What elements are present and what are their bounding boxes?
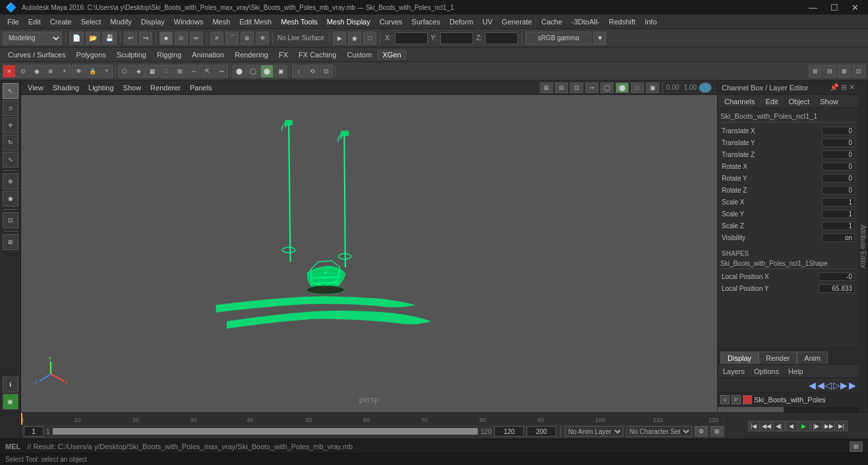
lasso-btn[interactable]: ⊙ <box>175 32 188 45</box>
gamma-btn[interactable]: sRGB gamma <box>525 32 591 45</box>
icon-tb-btn-10[interactable]: ◈ <box>132 65 145 78</box>
move-tool-btn[interactable]: ✛ <box>3 117 18 133</box>
status-icon-btn[interactable]: ⊞ <box>850 441 863 452</box>
undo-button[interactable]: ↩ <box>124 32 137 45</box>
custom-tab[interactable]: Custom <box>342 49 378 60</box>
timeline-playhead[interactable] <box>21 413 22 425</box>
play-fwd-btn[interactable]: ▶ <box>798 421 810 431</box>
rotate-tool-btn[interactable]: ↻ <box>3 135 18 150</box>
options-menu[interactable]: Options <box>751 366 782 377</box>
menu-generate[interactable]: Generate <box>497 16 536 27</box>
attribute-editor-strip[interactable]: Attribute Editor <box>859 80 868 412</box>
vp-icon-1[interactable]: ⊞ <box>540 82 553 93</box>
vp-icon-2[interactable]: ⊟ <box>555 82 568 93</box>
icon-tb-btn-17[interactable]: ⬤ <box>233 65 246 78</box>
edit-tab[interactable]: Edit <box>761 96 782 107</box>
layers-scrollbar[interactable] <box>718 407 859 412</box>
icon-tb-btn-2[interactable]: ⊙ <box>16 65 30 78</box>
select-tool-btn[interactable]: ↖ <box>3 83 18 99</box>
rigging-tab[interactable]: Rigging <box>152 49 187 60</box>
attr-val-ry[interactable]: 0 <box>822 174 855 183</box>
cb-expand-icon[interactable]: ⊞ <box>841 83 847 92</box>
attr-val-tx[interactable]: 0 <box>822 127 855 135</box>
icon-tb-btn-7[interactable]: 🔒 <box>86 65 100 78</box>
prev-key-btn[interactable]: ◀◀ <box>761 421 772 431</box>
icon-tb-btn-13[interactable]: ⊞ <box>173 65 187 78</box>
anim-end-input[interactable] <box>494 426 524 437</box>
cb-pin-icon[interactable]: 📌 <box>830 83 839 92</box>
vp-icon-6[interactable]: ⬤ <box>616 82 629 93</box>
animation-tab[interactable]: Animation <box>187 49 229 60</box>
menu-cache[interactable]: Cache <box>536 16 567 27</box>
menu-modify[interactable]: Modify <box>105 16 136 27</box>
select-mode-btn[interactable]: ■ <box>159 32 173 45</box>
info-btn[interactable]: ℹ <box>3 377 18 392</box>
xgen-tab[interactable]: XGen <box>377 49 406 60</box>
layer-playback-btn[interactable]: P <box>732 395 741 404</box>
snap-grid-btn[interactable]: # <box>210 32 223 45</box>
display-tab[interactable]: Display <box>720 352 759 364</box>
current-frame-input[interactable] <box>24 426 43 437</box>
render-tab[interactable]: Render <box>759 352 797 364</box>
layers-menu[interactable]: Layers <box>720 366 747 377</box>
icon-tb-btn-14[interactable]: ↔ <box>187 65 200 78</box>
play-back-btn[interactable]: ◀ <box>786 421 797 431</box>
icon-tb-right-1[interactable]: ⊞ <box>809 65 822 78</box>
view-menu[interactable]: View <box>24 82 47 93</box>
anim-extra-btn[interactable]: ⊞ <box>710 426 724 437</box>
layers-arrow-1[interactable]: ◀ <box>809 380 816 390</box>
next-key-btn[interactable]: ▶▶ <box>823 421 835 431</box>
shading-menu[interactable]: Shading <box>49 82 83 93</box>
icon-tb-btn-6[interactable]: 👁 <box>72 65 85 78</box>
ipr-btn[interactable]: ◉ <box>348 32 361 45</box>
anim-settings-btn[interactable]: ⚙ <box>695 426 708 437</box>
icon-tb-btn-11[interactable]: ▦ <box>146 65 159 78</box>
vp-icon-5[interactable]: ◯ <box>600 82 614 93</box>
menu-uv[interactable]: UV <box>478 16 497 27</box>
vp-icon-7[interactable]: □ <box>631 82 644 93</box>
attr-val-sz[interactable]: 1 <box>822 222 855 230</box>
menu-info[interactable]: Info <box>640 16 661 27</box>
icon-tb-btn-12[interactable]: ∷ <box>159 65 173 78</box>
lighting-menu[interactable]: Lighting <box>84 82 118 93</box>
scale-tool-btn[interactable]: ⤡ <box>3 152 18 168</box>
color-btn[interactable]: ▣ <box>3 394 18 410</box>
menu-redshift[interactable]: Redshift <box>604 16 640 27</box>
help-menu[interactable]: Help <box>786 366 806 377</box>
snap-curve-btn[interactable]: ⌒ <box>225 32 239 45</box>
sculpting-tab[interactable]: Sculpting <box>111 49 152 60</box>
z-input[interactable] <box>485 32 518 44</box>
minimize-button[interactable]: — <box>805 3 821 13</box>
soft-mod-btn[interactable]: ◉ <box>3 191 18 206</box>
icon-tb-btn-19[interactable]: ⬤ <box>260 65 274 78</box>
universal-manip-btn[interactable]: ⊕ <box>3 173 18 189</box>
icon-tb-btn-4[interactable]: ⊕ <box>44 65 57 78</box>
char-set-dropdown[interactable]: No Character Set <box>626 426 692 437</box>
icon-tb-btn-22[interactable]: ⟲ <box>306 65 319 78</box>
goto-start-btn[interactable]: |◀ <box>748 421 760 431</box>
maximize-button[interactable]: ☐ <box>826 3 842 13</box>
next-frame-btn[interactable]: |▶ <box>811 421 823 431</box>
rendering-tab[interactable]: Rendering <box>229 49 274 60</box>
attr-val-rz[interactable]: 0 <box>822 186 855 195</box>
save-button[interactable]: 💾 <box>102 32 117 45</box>
menu-mesh-display[interactable]: Mesh Display <box>322 16 375 27</box>
icon-tb-btn-1[interactable]: ✕ <box>3 65 16 78</box>
attr-val-sx[interactable]: 1 <box>822 198 855 206</box>
goto-end-btn[interactable]: ▶| <box>836 421 848 431</box>
prev-frame-btn[interactable]: ◀| <box>773 421 785 431</box>
snap-point-btn[interactable]: ⊕ <box>241 32 254 45</box>
display-render-btn[interactable]: □ <box>363 32 376 45</box>
layers-arrow-2[interactable]: ◀◁ <box>817 380 832 390</box>
menu-3dto[interactable]: -3DtoAll- <box>567 16 604 27</box>
channels-tab[interactable]: Channels <box>720 96 759 107</box>
render-btn[interactable]: ▶ <box>333 32 346 45</box>
menu-edit[interactable]: Edit <box>24 16 45 27</box>
menu-mesh[interactable]: Mesh <box>208 16 235 27</box>
layers-scrollbar-thumb[interactable] <box>718 407 784 412</box>
attr-val-tz[interactable]: 0 <box>822 150 855 159</box>
icon-tb-btn-18[interactable]: ◯ <box>246 65 260 78</box>
icon-tb-btn-21[interactable]: ↕ <box>292 65 305 78</box>
local-pos-y-val[interactable]: 65.833 <box>819 284 855 293</box>
new-button[interactable]: 📄 <box>69 32 84 45</box>
